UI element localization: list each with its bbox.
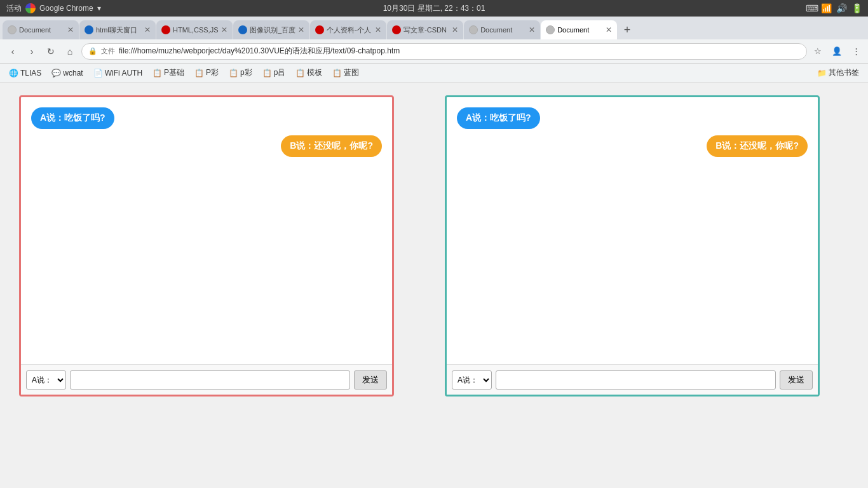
address-box[interactable]: 🔒 文件 file:///home/muzhe/webporject/day%2… [81, 43, 807, 60]
chat-messages-right: A说：吃饭了吗? B说：还没呢，你呢? [447, 97, 818, 364]
bookmark-wifi[interactable]: 📄 WiFi AUTH [90, 67, 146, 79]
p-cai2-icon: 📋 [229, 69, 238, 78]
tab-close-6[interactable]: ✕ [452, 25, 458, 34]
bookmark-wchat[interactable]: 💬 wchat [48, 67, 86, 79]
tab-profile[interactable]: 个人资料-个人 ✕ [310, 20, 386, 39]
tab-close-1[interactable]: ✕ [67, 25, 74, 34]
msg-row-right-2: B说：还没呢，你呢? [457, 135, 808, 163]
volume-icon: 🔊 [836, 3, 846, 13]
forward-button[interactable]: › [24, 44, 39, 59]
bookmark-wchat-label: wchat [63, 69, 83, 78]
wifi-bk-icon: 📄 [93, 69, 103, 78]
chat-input-bar-right: A说： B说： 发送 [447, 364, 818, 395]
wchat-icon: 💬 [51, 69, 61, 78]
tab-close-7[interactable]: ✕ [529, 25, 535, 34]
speaker-select-right[interactable]: A说： B说： [452, 370, 492, 390]
bookmark-p-base[interactable]: 📋 P基础 [149, 66, 188, 79]
chrome-menu-icon[interactable]: ▾ [97, 4, 101, 13]
topbar-right: ⌨ 📶 🔊 🔋 [806, 3, 862, 13]
bookmark-blueprint-label: 蓝图 [344, 67, 359, 78]
tab-close-3[interactable]: ✕ [221, 25, 227, 34]
tab-favicon-8 [546, 25, 555, 34]
bookmark-tlias[interactable]: 🌐 TLIAS [5, 67, 45, 79]
bookmark-p-lv[interactable]: 📋 p吕 [259, 66, 290, 79]
tab-close-4[interactable]: ✕ [298, 25, 304, 34]
tabbar: Document ✕ html聊天窗口 ✕ HTML,CSS,JS ✕ 图像识别… [0, 17, 868, 39]
menu-button[interactable]: ⋮ [849, 44, 863, 58]
activities-label[interactable]: 活动 [6, 3, 22, 14]
tab-favicon-1 [8, 25, 17, 34]
p-lv-icon: 📋 [262, 69, 272, 78]
bookmark-blueprint[interactable]: 📋 蓝图 [329, 66, 363, 79]
tab-document-1[interactable]: Document ✕ [3, 20, 79, 39]
tab-document-2[interactable]: Document ✕ [464, 20, 540, 39]
tlias-icon: 🌐 [9, 69, 18, 78]
keyboard-icon: ⌨ [806, 3, 816, 13]
account-button[interactable]: 👤 [830, 44, 844, 58]
tab-favicon-5 [315, 25, 324, 34]
chrome-title: Google Chrome [39, 4, 93, 13]
tab-favicon-2 [85, 25, 93, 34]
template-icon: 📋 [295, 69, 305, 78]
speaker-select-left[interactable]: A说： B说： [26, 370, 66, 390]
reload-button[interactable]: ↻ [43, 44, 58, 59]
bookmark-p-cai2-label: p彩 [240, 67, 252, 78]
tab-htmlcssjs[interactable]: HTML,CSS,JS ✕ [156, 20, 233, 39]
back-button[interactable]: ‹ [5, 44, 20, 59]
chat-input-left[interactable] [70, 370, 350, 390]
bookmark-template[interactable]: 📋 模板 [292, 66, 326, 79]
chat-box-right: A说：吃饭了吗? B说：还没呢，你呢? A说： B说： 发送 [445, 95, 820, 396]
address-url: file:///home/muzhe/webporject/day%2010.3… [119, 46, 800, 57]
blueprint-icon: 📋 [332, 69, 342, 78]
tab-label-1: Document [19, 26, 65, 34]
tab-close-2[interactable]: ✕ [144, 25, 151, 34]
msg-row-left-1: A说：吃饭了吗? [31, 107, 382, 135]
bookmark-other[interactable]: 📁 其他书签 [813, 66, 863, 79]
tab-html-chat[interactable]: html聊天窗口 ✕ [79, 20, 156, 39]
tab-label-7: Document [480, 26, 526, 34]
p-base-icon: 📋 [153, 69, 162, 78]
bookmark-wifi-label: WiFi AUTH [105, 69, 142, 78]
chat-messages-left: A说：吃饭了吗? B说：还没呢，你呢? [21, 97, 392, 364]
tab-label-8: Document [557, 26, 603, 34]
bookmark-p-lv-label: p吕 [274, 67, 286, 78]
chat-input-right[interactable] [496, 370, 776, 390]
lock-icon: 🔒 [88, 47, 97, 55]
tab-label-4: 图像识别_百度 [250, 25, 295, 35]
bookmark-template-label: 模板 [307, 67, 322, 78]
tab-favicon-7 [469, 25, 478, 34]
bookmark-other-label: 其他书签 [829, 67, 859, 78]
new-tab-button[interactable]: + [618, 20, 637, 39]
send-button-right[interactable]: 发送 [780, 370, 813, 390]
tab-write-article[interactable]: 写文章-CSDN ✕ [387, 20, 463, 39]
msg-bubble-left-2: A说：吃饭了吗? [457, 107, 540, 129]
home-button[interactable]: ⌂ [62, 44, 78, 59]
bookmark-p-cai2[interactable]: 📋 p彩 [225, 66, 256, 79]
bookmark-tlias-label: TLIAS [20, 69, 41, 78]
chat-input-bar-left: A说： B说： 发送 [21, 364, 392, 395]
chrome-logo-icon [25, 3, 36, 13]
msg-bubble-left-1: A说：吃饭了吗? [31, 107, 114, 129]
tab-label-3: HTML,CSS,JS [173, 26, 219, 34]
msg-bubble-right-2: B说：还没呢，你呢? [707, 135, 808, 157]
tab-close-8[interactable]: ✕ [606, 25, 612, 34]
tab-close-5[interactable]: ✕ [375, 25, 381, 34]
msg-row-right-1: B说：还没呢，你呢? [31, 135, 382, 163]
bookmark-p-cai[interactable]: 📋 P彩 [191, 66, 222, 79]
datetime-display: 10月30日 星期二, 22：43：01 [383, 3, 485, 14]
bookmark-p-cai-label: P彩 [206, 67, 219, 78]
tab-label-5: 个人资料-个人 [327, 25, 372, 35]
chat-box-left: A说：吃饭了吗? B说：还没呢，你呢? A说： B说： 发送 [19, 95, 394, 396]
msg-bubble-right-1: B说：还没呢，你呢? [281, 135, 382, 157]
bookmark-star-button[interactable]: ☆ [811, 44, 825, 58]
p-cai-icon: 📋 [194, 69, 204, 78]
tab-image-recognition[interactable]: 图像识别_百度 ✕ [233, 20, 309, 39]
folder-icon: 📁 [817, 69, 827, 78]
tab-document-active[interactable]: Document ✕ [541, 20, 617, 39]
send-button-left[interactable]: 发送 [354, 370, 387, 390]
tab-label-2: html聊天窗口 [96, 25, 142, 35]
file-label: 文件 [101, 46, 115, 56]
bookmark-p-base-label: P基础 [164, 67, 184, 78]
battery-icon: 🔋 [851, 3, 862, 13]
addressbar: ‹ › ↻ ⌂ 🔒 文件 file:///home/muzhe/webporje… [0, 39, 868, 64]
